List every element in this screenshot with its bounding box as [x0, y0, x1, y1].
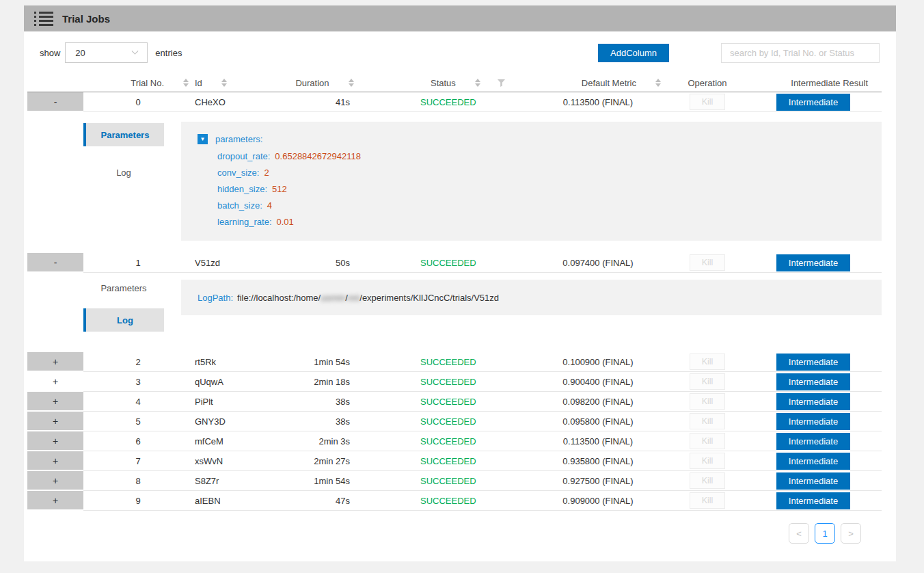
table-row: - 1 V51zd 50s SUCCEEDED 0.097400 (FINAL)…	[27, 253, 882, 273]
expand-toggle[interactable]: +	[27, 412, 83, 431]
cell-status: SUCCEEDED	[383, 372, 526, 392]
page-size-select[interactable]: 20	[65, 42, 148, 63]
kill-button[interactable]: Kill	[690, 413, 725, 429]
tab-parameters[interactable]: Parameters	[83, 123, 164, 146]
intermediate-button[interactable]: Intermediate	[776, 433, 850, 450]
intermediate-button[interactable]: Intermediate	[776, 354, 850, 371]
cell-intermediate-result: Intermediate	[745, 253, 882, 273]
json-root-key: parameters:	[215, 134, 262, 144]
expand-toggle[interactable]: +	[27, 431, 83, 451]
filter-icon[interactable]	[498, 79, 505, 87]
cell-trial-no: 0	[83, 92, 193, 112]
cell-status: SUCCEEDED	[383, 491, 526, 511]
page-size-value: 20	[75, 48, 133, 58]
cell-default-metric: 0.113500 (FINAL)	[526, 431, 670, 451]
entries-label: entries	[155, 48, 182, 58]
cell-operation: Kill	[670, 92, 745, 112]
cell-operation: Kill	[670, 392, 745, 412]
kill-button[interactable]: Kill	[690, 453, 725, 469]
cell-duration: 38s	[267, 412, 383, 431]
panel-titlebar: Trial Jobs	[24, 5, 896, 31]
expand-toggle[interactable]: +	[27, 451, 83, 471]
parameter-item: dropout_rate: 0.6528842672942118	[217, 151, 882, 161]
cell-id: PiPlt	[193, 392, 267, 412]
table-header-row: Trial No. Id Duration Status Default Met…	[27, 74, 882, 92]
intermediate-button[interactable]: Intermediate	[776, 413, 850, 430]
tab-parameters[interactable]: Parameters	[83, 278, 164, 297]
intermediate-button[interactable]: Intermediate	[776, 254, 850, 271]
cell-id: rt5Rk	[193, 352, 267, 372]
expand-toggle[interactable]: +	[27, 352, 83, 372]
kill-button[interactable]: Kill	[690, 373, 725, 390]
table-controls: show 20 entries AddColumn	[24, 42, 896, 63]
intermediate-button[interactable]: Intermediate	[776, 472, 850, 490]
cell-default-metric: 0.113500 (FINAL)	[526, 92, 670, 112]
cell-duration: 50s	[267, 253, 383, 273]
kill-button[interactable]: Kill	[690, 94, 725, 110]
sort-icon[interactable]	[475, 79, 480, 87]
tab-log[interactable]: Log	[83, 163, 164, 182]
intermediate-button[interactable]: Intermediate	[776, 94, 850, 111]
cell-operation: Kill	[670, 412, 745, 431]
kill-button[interactable]: Kill	[690, 492, 725, 509]
param-value: 4	[267, 200, 272, 211]
cell-status: SUCCEEDED	[383, 392, 526, 412]
add-column-button[interactable]: AddColumn	[598, 44, 669, 62]
trial-detail-panel-0: Parameters Log ▼ parameters: dropout_rat…	[83, 112, 882, 253]
next-page-button[interactable]: >	[841, 523, 861, 544]
intermediate-button[interactable]: Intermediate	[776, 373, 850, 390]
column-label-status: Status	[431, 78, 456, 88]
expand-toggle-glyph: +	[53, 376, 58, 387]
kill-button[interactable]: Kill	[690, 354, 725, 370]
param-key: conv_size:	[217, 168, 259, 178]
log-path-prefix: file://localhost:/home/	[237, 293, 321, 303]
table-row: - 0 CHeXO 41s SUCCEEDED 0.113500 (FINAL)…	[27, 92, 882, 112]
log-path-label: LogPath:	[198, 293, 233, 303]
expand-toggle[interactable]: +	[27, 471, 83, 491]
cell-intermediate-result: Intermediate	[745, 451, 882, 471]
expand-toggle-glyph: -	[54, 96, 57, 107]
cell-operation: Kill	[670, 431, 745, 451]
cell-duration: 2min 18s	[267, 372, 383, 392]
table-row: + 2 rt5Rk 1min 54s SUCCEEDED 0.100900 (F…	[27, 352, 882, 372]
log-content: LogPath: file://localhost:/home/usrnm/nn…	[181, 280, 882, 315]
sort-icon[interactable]	[349, 79, 354, 87]
sort-icon[interactable]	[655, 79, 661, 87]
expand-toggle[interactable]: +	[27, 372, 83, 392]
search-input[interactable]	[721, 43, 880, 63]
intermediate-button[interactable]: Intermediate	[776, 393, 850, 410]
kill-button[interactable]: Kill	[690, 433, 725, 449]
intermediate-button[interactable]: Intermediate	[776, 492, 850, 509]
kill-button[interactable]: Kill	[690, 393, 725, 410]
tab-log[interactable]: Log	[83, 308, 164, 332]
expand-toggle-glyph: +	[53, 396, 58, 407]
expand-toggle[interactable]: +	[27, 491, 83, 511]
page-title: Trial Jobs	[62, 13, 110, 25]
expand-toggle[interactable]: -	[27, 92, 83, 112]
collapse-toggle-icon[interactable]: ▼	[198, 134, 208, 144]
prev-page-button[interactable]: <	[789, 523, 809, 544]
expand-toggle-glyph: +	[53, 495, 58, 506]
cell-duration: 47s	[267, 491, 383, 511]
parameters-list: dropout_rate: 0.6528842672942118 conv_si…	[217, 151, 882, 227]
cell-operation: Kill	[670, 471, 745, 491]
column-header-trial-no[interactable]: Trial No.	[83, 74, 193, 92]
page-1-button[interactable]: 1	[815, 523, 835, 544]
param-value: 2	[264, 168, 269, 178]
column-label-default-metric: Default Metric	[582, 78, 636, 88]
expand-toggle[interactable]: +	[27, 392, 83, 412]
kill-button[interactable]: Kill	[690, 254, 725, 271]
cell-operation: Kill	[670, 253, 745, 273]
table-row: + 5 GNY3D 38s SUCCEEDED 0.095800 (FINAL)…	[27, 412, 882, 431]
column-header-status[interactable]: Status	[383, 74, 526, 92]
column-header-default-metric[interactable]: Default Metric	[526, 74, 670, 92]
intermediate-button[interactable]: Intermediate	[776, 453, 850, 470]
column-header-duration[interactable]: Duration	[267, 74, 383, 92]
cell-trial-no: 3	[83, 372, 193, 392]
sort-icon[interactable]	[183, 79, 189, 87]
column-header-id[interactable]: Id	[193, 74, 267, 92]
cell-status: SUCCEEDED	[383, 92, 526, 112]
sort-icon[interactable]	[221, 79, 227, 87]
expand-toggle[interactable]: -	[27, 253, 83, 273]
kill-button[interactable]: Kill	[690, 472, 725, 489]
